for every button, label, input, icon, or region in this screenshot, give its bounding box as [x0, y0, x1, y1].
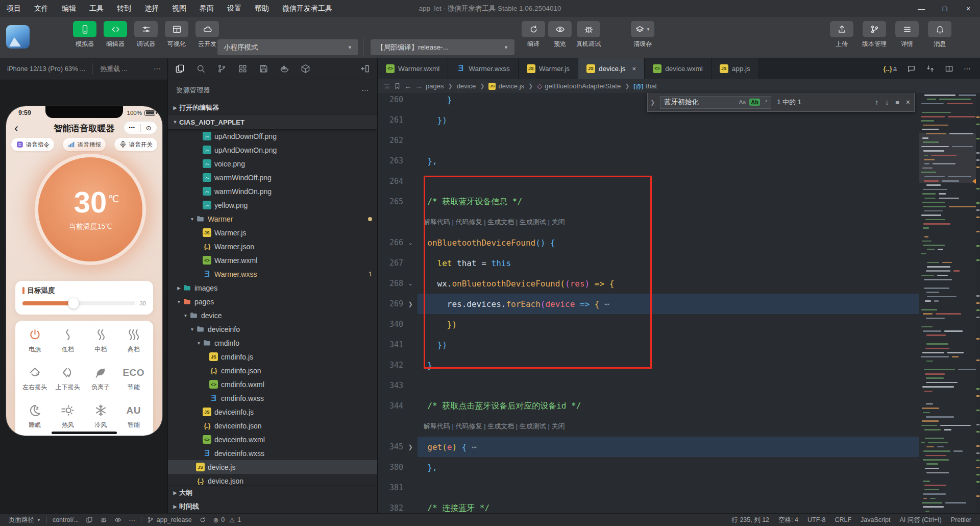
minimap[interactable]: [919, 93, 976, 513]
find-close-button[interactable]: ×: [906, 98, 910, 106]
tab-device.wxml[interactable]: <>device.wxml: [645, 58, 712, 79]
预览-button[interactable]: [548, 21, 572, 37]
tree-item-yellow.png[interactable]: yellow.png: [168, 198, 377, 212]
comment-icon[interactable]: [907, 64, 916, 73]
grid-item-智能[interactable]: AU智能: [117, 403, 151, 429]
activity-save-button[interactable]: [259, 64, 268, 74]
minimize-button[interactable]: —: [910, 0, 933, 17]
breadcrumb-getBluetoothAdapterState[interactable]: ◇getBluetoothAdapterState: [537, 82, 621, 90]
tree-item-Warmer.wxss[interactable]: ƎWarmer.wxss1: [168, 267, 377, 281]
tab-Warmer.js[interactable]: JSWarmer.js: [519, 58, 578, 79]
temperature-slider[interactable]: [22, 301, 135, 305]
diff-icon[interactable]: [926, 64, 935, 73]
tree-item-Warmer.wxml[interactable]: <>Warmer.wxml: [168, 253, 377, 267]
nav-back-icon[interactable]: ←: [404, 82, 412, 90]
tree-item-deviceinfo.json[interactable]: {..}deviceinfo.json: [168, 419, 377, 433]
preview-eye-icon[interactable]: [111, 516, 125, 523]
语音开关-button[interactable]: 语音开关: [114, 138, 157, 151]
tab-Warmer.wxml[interactable]: <>Warmer.wxml: [378, 58, 448, 79]
copy-path-icon[interactable]: [82, 516, 96, 523]
消息-button[interactable]: [928, 21, 951, 37]
grid-item-节能[interactable]: ECO节能: [117, 366, 151, 392]
activity-extensions-button[interactable]: [238, 64, 248, 74]
menu-选择[interactable]: 选择: [138, 0, 165, 17]
tree-item-cmdinfo[interactable]: ▼cmdinfo: [168, 336, 377, 350]
section-大纲[interactable]: ▶大纲: [168, 486, 377, 499]
simulator-more-button[interactable]: ⋯: [146, 65, 167, 73]
status-行 235, 列 12[interactable]: 行 235, 列 12: [728, 516, 773, 524]
outline-icon[interactable]: [383, 82, 390, 90]
debug-icon[interactable]: [96, 516, 111, 523]
menu-微信开发者工具[interactable]: 微信开发者工具: [276, 0, 339, 17]
menu-设置[interactable]: 设置: [220, 0, 248, 17]
语音播报-button[interactable]: 语音播报: [63, 138, 106, 151]
mode-select[interactable]: 小程序模式 ▼: [217, 39, 358, 55]
menu-帮助[interactable]: 帮助: [248, 0, 276, 17]
sync-icon[interactable]: [195, 516, 210, 523]
grid-item-电源[interactable]: 电源: [18, 328, 52, 354]
tab-device.js[interactable]: JSdevice.js×: [578, 58, 645, 79]
breadcrumb-that[interactable]: [@]that: [633, 82, 657, 90]
tree-item-deviceinfo.js[interactable]: JSdeviceinfo.js: [168, 405, 377, 419]
menu-工具[interactable]: 工具: [83, 0, 110, 17]
fold-open-icon[interactable]: ⌄: [403, 280, 418, 287]
format-braces-icon[interactable]: {..}a: [883, 65, 897, 73]
menu-视图[interactable]: 视图: [165, 0, 193, 17]
tree-item-deviceinfo[interactable]: ▼deviceinfo: [168, 322, 377, 336]
activity-pkg-button[interactable]: [301, 64, 310, 74]
tree-item-voice.png[interactable]: voice.png: [168, 157, 377, 171]
清缓存-button[interactable]: ▼: [631, 21, 654, 37]
open-editors-section[interactable]: ▶ 打开的编辑器: [168, 101, 377, 115]
tree-item-Warmer.json[interactable]: {..}Warmer.json: [168, 240, 377, 253]
path-more-button[interactable]: ⋯: [125, 516, 139, 524]
tree-item-cmdinfo.wxml[interactable]: <>cmdinfo.wxml: [168, 377, 377, 391]
activity-files-button[interactable]: [175, 64, 185, 74]
nav-forward-icon[interactable]: →: [415, 82, 423, 90]
tree-item-cmdinfo.wxss[interactable]: Ǝcmdinfo.wxss: [168, 391, 377, 405]
maximize-button[interactable]: □: [933, 0, 957, 17]
breadcrumb-device.js[interactable]: JSdevice.js: [488, 82, 524, 90]
slider-thumb[interactable]: [68, 298, 79, 309]
tree-item-cmdinfo.js[interactable]: JScmdinfo.js: [168, 350, 377, 364]
close-tab-icon[interactable]: ×: [632, 65, 636, 73]
tree-item-Warmer.js[interactable]: JSWarmer.js: [168, 226, 377, 240]
split-editor-icon[interactable]: [945, 64, 953, 73]
hot-reload-toggle[interactable]: 热重载 ...: [93, 64, 134, 74]
tree-item-pages[interactable]: ▼pages: [168, 295, 377, 308]
git-branch-indicator[interactable]: app_release: [143, 516, 195, 523]
tab-Warmer.wxss[interactable]: ƎWarmer.wxss: [448, 58, 519, 79]
close-minimize-icon[interactable]: ⊙: [141, 124, 157, 132]
device-selector[interactable]: iPhone 12/13 (Pro) 63% ...: [0, 65, 92, 73]
find-prev-button[interactable]: ↑: [875, 98, 878, 106]
project-root[interactable]: ▼ CIAS_AIOT_APPLET: [168, 115, 377, 129]
调试器-button[interactable]: [134, 21, 158, 37]
tree-item-Warmer[interactable]: ▼Warmer: [168, 212, 377, 226]
status-UTF-8[interactable]: UTF-8: [804, 516, 829, 523]
minimap-viewport[interactable]: [919, 133, 976, 183]
status-空格: 4[interactable]: 空格: 4: [775, 516, 802, 524]
tree-item-upAndDownOn.png[interactable]: upAndDownOn.png: [168, 143, 377, 157]
tree-item-device.js[interactable]: JSdevice.js: [168, 460, 377, 474]
section-时间线[interactable]: ▶时间线: [168, 499, 377, 513]
详情-button[interactable]: [895, 21, 919, 37]
bookmark-icon[interactable]: [394, 82, 401, 90]
grid-item-上下摇头[interactable]: 上下摇头: [52, 366, 85, 392]
current-page-path[interactable]: control/...: [49, 516, 82, 523]
fold-closed-icon[interactable]: ❯: [403, 444, 418, 450]
activity-search-button[interactable]: [196, 64, 206, 74]
menu-界面[interactable]: 界面: [193, 0, 220, 17]
compile-mode-select[interactable]: 【局部编译】release-... ▼: [371, 39, 514, 55]
grid-item-左右摇头[interactable]: 左右摇头: [18, 366, 52, 392]
find-next-button[interactable]: ↓: [885, 98, 889, 106]
find-option-Ab[interactable]: Ab: [749, 99, 760, 106]
grid-item-高档[interactable]: 高档: [117, 328, 151, 354]
activity-gitbranch-button[interactable]: [217, 64, 227, 74]
语音指令-button[interactable]: 语音指令: [11, 138, 54, 151]
codelens-actions[interactable]: 解释代码 | 代码修复 | 生成文档 | 生成测试 | 关闭: [418, 422, 565, 431]
close-button[interactable]: ×: [957, 0, 980, 17]
tree-item-deviceinfo.wxss[interactable]: Ǝdeviceinfo.wxss: [168, 446, 377, 460]
find-input[interactable]: 蓝牙初始化 AaAb.*: [660, 96, 771, 109]
page-path-select[interactable]: 页面路径▼: [5, 516, 44, 524]
find-in-selection-button[interactable]: ≡: [895, 99, 899, 106]
breadcrumb-pages[interactable]: pages: [426, 82, 444, 90]
